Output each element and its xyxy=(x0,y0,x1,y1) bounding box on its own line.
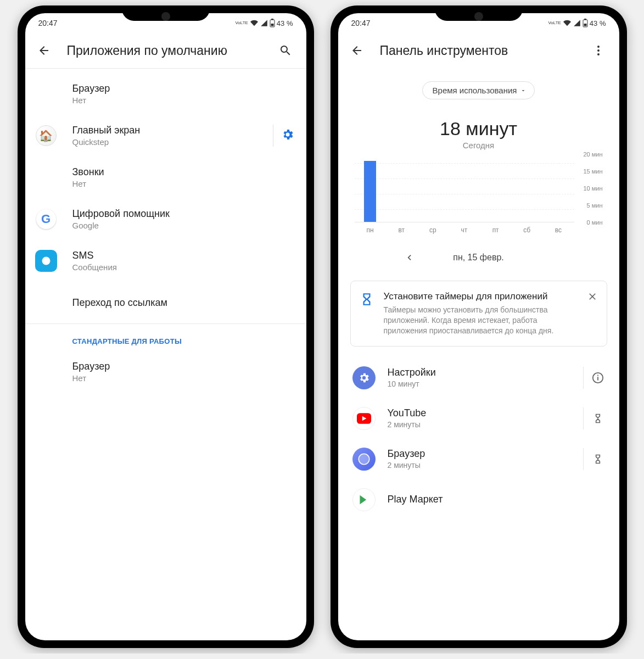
timer-hint-card: Установите таймеры для приложений Таймер… xyxy=(350,281,607,347)
bar-вс[interactable]: вс xyxy=(542,154,574,222)
bar-сб[interactable]: сб xyxy=(511,154,542,222)
default-sms-row[interactable]: SMS Сообщения xyxy=(25,240,306,282)
youtube-app-icon xyxy=(352,407,376,430)
phone-frame-left: 20:47 VoLTE 43 % Приложения по умолчанию xyxy=(18,5,314,648)
search-button[interactable] xyxy=(275,40,296,62)
play-market-app-icon xyxy=(352,488,376,511)
app-info-button[interactable] xyxy=(583,367,605,389)
bar-пт[interactable]: пт xyxy=(480,154,511,222)
blank-icon xyxy=(35,83,57,105)
browser-app-icon xyxy=(352,448,376,471)
bar-label: пн xyxy=(355,226,386,234)
svg-point-8 xyxy=(597,49,600,52)
date-label: пн, 15 февр. xyxy=(453,253,504,263)
row-value: Нет xyxy=(72,179,294,188)
bar-пн[interactable]: пн xyxy=(355,154,386,222)
battery-percent: 43 % xyxy=(590,19,606,27)
page-title: Панель инструментов xyxy=(380,43,575,58)
card-close-button[interactable] xyxy=(587,291,598,304)
row-value: Quickstep xyxy=(72,137,265,147)
chart-bars: пнвтсрчтптсбвс xyxy=(355,154,574,222)
default-links-row[interactable]: Переход по ссылкам xyxy=(25,282,306,323)
row-label: Браузер xyxy=(72,83,294,94)
status-icons: VoLTE 43 % xyxy=(548,19,606,27)
bar-вт[interactable]: вт xyxy=(386,154,417,222)
svg-rect-1 xyxy=(271,19,273,20)
volte-icon: VoLTE xyxy=(235,21,248,25)
app-row-youtube[interactable]: YouTube 2 минуты xyxy=(338,398,619,439)
bar-ср[interactable]: ср xyxy=(417,154,449,222)
hourglass-icon xyxy=(592,413,603,424)
signal-icon xyxy=(260,19,268,27)
home-app-icon: 🏠 xyxy=(35,125,57,147)
chart-ylabels: 0 мин5 мин10 мин15 мин20 мин xyxy=(574,154,603,222)
app-row-browser[interactable]: Браузер 2 минуты xyxy=(338,439,619,479)
blank-icon xyxy=(35,166,57,188)
y-tick: 20 мин xyxy=(583,151,602,158)
back-button[interactable] xyxy=(33,40,55,62)
blank-icon xyxy=(35,292,57,314)
usage-chart: пнвтсрчтптсбвс 0 мин5 мин10 мин15 мин20 … xyxy=(338,154,619,226)
section-work-header: СТАНДАРТНЫЕ ДЛЯ РАБОТЫ xyxy=(25,324,306,351)
default-calls-row[interactable]: Звонки Нет xyxy=(25,157,306,198)
arrow-back-icon xyxy=(37,44,51,57)
battery-icon xyxy=(583,19,588,27)
row-label: Главный экран xyxy=(72,125,265,136)
app-row-playmarket[interactable]: Play Маркет xyxy=(338,479,619,511)
app-bar: Панель инструментов xyxy=(338,33,619,68)
default-home-row[interactable]: 🏠 Главный экран Quickstep xyxy=(25,115,306,157)
svg-rect-2 xyxy=(271,24,273,26)
status-icons: VoLTE 43 % xyxy=(235,19,293,27)
app-timer-button[interactable] xyxy=(583,407,605,429)
bar-label: ср xyxy=(417,226,449,234)
overflow-button[interactable] xyxy=(587,40,609,62)
app-row-settings[interactable]: Настройки 10 минут xyxy=(338,358,619,398)
chevron-down-icon xyxy=(520,87,527,94)
default-browser-row[interactable]: Браузер Нет xyxy=(25,73,306,115)
row-label: Звонки xyxy=(72,166,294,178)
row-label: SMS xyxy=(72,250,294,261)
phone-screen-left: 20:47 VoLTE 43 % Приложения по умолчанию xyxy=(25,13,306,640)
status-bar: 20:47 VoLTE 43 % xyxy=(25,13,306,33)
more-vert-icon xyxy=(592,44,605,57)
home-settings-button[interactable] xyxy=(281,128,294,143)
svg-rect-12 xyxy=(597,375,598,376)
row-value: Сообщения xyxy=(72,263,294,272)
usage-value: 18 минут xyxy=(338,118,619,139)
status-bar: 20:47 VoLTE 43 % xyxy=(338,13,619,33)
app-bar: Приложения по умолчанию xyxy=(25,33,306,68)
usage-mode-dropdown[interactable]: Время использования xyxy=(422,81,535,99)
svg-point-9 xyxy=(597,53,600,55)
row-value: Нет xyxy=(72,373,294,383)
y-tick: 5 мин xyxy=(587,202,603,209)
usage-sub: Сегодня xyxy=(338,141,619,150)
row-value: Нет xyxy=(72,96,294,105)
app-name: YouTube xyxy=(388,407,579,419)
svg-rect-6 xyxy=(584,24,586,26)
app-time: 2 минуты xyxy=(388,461,579,470)
status-time: 20:47 xyxy=(351,19,371,27)
svg-point-7 xyxy=(597,46,600,48)
info-icon xyxy=(592,372,604,384)
bar-label: сб xyxy=(511,226,542,234)
chevron-left-icon xyxy=(404,252,415,263)
battery-percent: 43 % xyxy=(277,19,293,27)
svg-rect-11 xyxy=(597,377,598,380)
status-time: 20:47 xyxy=(38,19,58,27)
dropdown-label: Время использования xyxy=(433,86,517,95)
y-tick: 0 мин xyxy=(587,219,603,226)
app-timer-button[interactable] xyxy=(583,448,605,470)
bar-чт[interactable]: чт xyxy=(449,154,480,222)
svg-point-3 xyxy=(42,257,50,265)
date-nav: пн, 15 февр. xyxy=(338,226,619,281)
divider xyxy=(273,125,273,147)
chip-row: Время использования xyxy=(338,68,619,104)
wifi-icon xyxy=(250,19,259,27)
row-label: Переход по ссылкам xyxy=(72,297,294,309)
default-assistant-row[interactable]: G Цифровой помощник Google xyxy=(25,198,306,240)
app-name: Браузер xyxy=(388,448,579,460)
volte-icon: VoLTE xyxy=(548,21,561,25)
work-browser-row[interactable]: Браузер Нет xyxy=(25,351,306,393)
back-button[interactable] xyxy=(346,40,368,62)
prev-day-button[interactable] xyxy=(398,247,420,269)
